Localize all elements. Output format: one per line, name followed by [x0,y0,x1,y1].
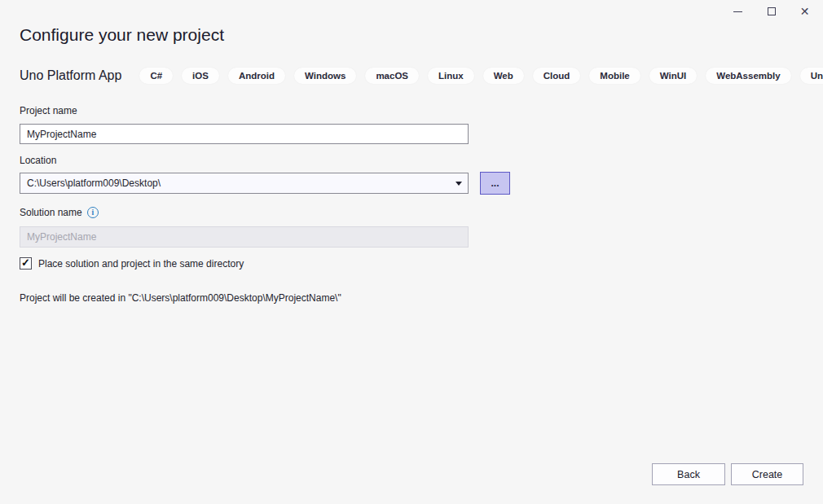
close-button[interactable]: ✕ [788,0,821,23]
template-tag: macOS [365,68,419,84]
template-tag: Mobile [589,68,640,84]
location-combobox[interactable]: C:\Users\platform009\Desktop\ [20,173,469,194]
template-tag: Cloud [533,68,581,84]
maximize-button[interactable] [755,0,788,23]
minimize-icon [733,11,742,12]
template-tag: Uno Platform [800,68,823,84]
location-label: Location [20,155,56,166]
page-title: Configure your new project [20,25,224,45]
create-button[interactable]: Create [731,463,803,485]
location-dropdown-toggle[interactable] [450,173,468,193]
info-icon[interactable]: i [87,207,99,218]
template-info-row: Uno Platform App C#iOSAndroidWindowsmacO… [20,68,823,84]
template-tag: iOS [182,68,219,84]
template-tag: Windows [294,68,356,84]
template-name: Uno Platform App [20,68,121,83]
project-name-label: Project name [20,105,77,116]
template-tag: WebAssembly [706,68,790,84]
solution-name-input [20,226,469,248]
same-directory-row[interactable]: Place solution and project in the same d… [20,257,244,270]
maximize-icon [768,7,776,15]
same-directory-label: Place solution and project in the same d… [38,258,244,270]
back-button[interactable]: Back [652,463,725,485]
project-name-input[interactable] [20,124,469,144]
template-tag: C# [139,68,173,84]
template-tag: WinUI [649,68,697,84]
minimize-button[interactable] [721,0,755,23]
browse-location-button[interactable]: ... [480,172,510,195]
creation-note: Project will be created in "C:\Users\pla… [20,292,341,304]
window-controls: ✕ [721,0,821,23]
template-tag: Linux [428,68,474,84]
template-tags: C#iOSAndroidWindowsmacOSLinuxWebCloudMob… [139,68,823,84]
solution-name-label-text: Solution name [20,207,82,218]
location-value: C:\Users\platform009\Desktop\ [27,177,450,189]
solution-name-label: Solution name i [20,207,99,218]
chevron-down-icon [456,182,462,186]
same-directory-checkbox[interactable] [20,257,32,270]
close-icon: ✕ [800,6,810,17]
configure-project-dialog: ✕ Configure your new project Uno Platfor… [0,0,823,504]
template-tag: Android [228,68,285,84]
template-tag: Web [483,68,524,84]
